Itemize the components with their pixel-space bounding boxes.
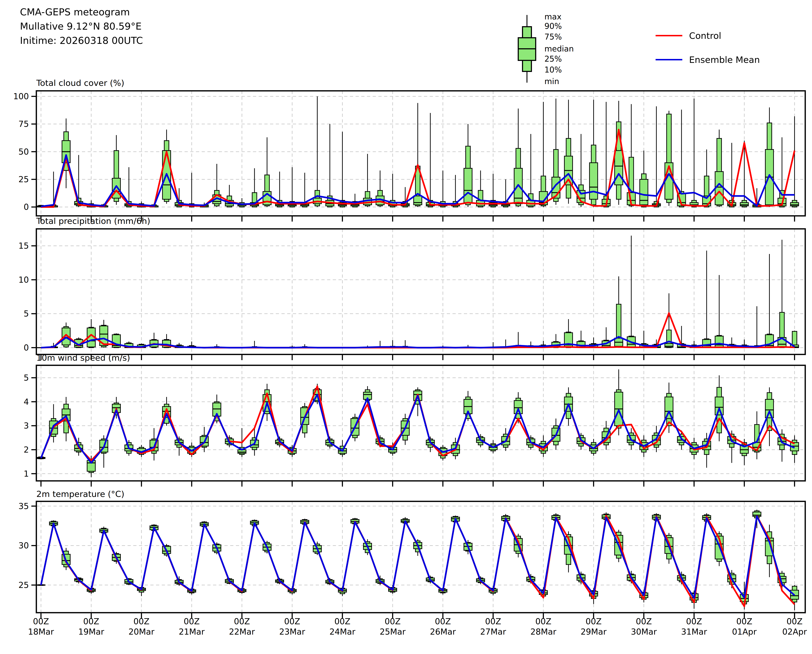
y-tick-label: 0: [24, 202, 29, 212]
x-tick-time: 00Z: [385, 617, 401, 626]
box-25-75: [715, 397, 723, 415]
legend-label-max: max: [544, 12, 561, 21]
figure-location: Mullative 9.12°N 80.59°E: [20, 19, 142, 34]
temperature-2m-panel: 253035: [18, 501, 805, 618]
x-tick-time: 00Z: [184, 617, 200, 626]
x-tick-date: 30Mar: [631, 627, 657, 637]
box-25-75: [514, 400, 522, 414]
legend-label-10pct: 10%: [544, 66, 562, 74]
legend-label-ensemble-mean: Ensemble Mean: [689, 55, 760, 65]
x-tick-time: 00Z: [33, 617, 49, 626]
box-25-75: [740, 203, 748, 206]
x-tick-time: 00Z: [435, 617, 451, 626]
y-tick-labels: 12345: [24, 373, 29, 478]
box-25-75: [665, 397, 673, 419]
x-tick-date: 20Mar: [128, 627, 154, 637]
x-tick-date: 26Mar: [430, 627, 456, 637]
y-tick-label: 5: [24, 309, 29, 318]
axis-ticks: [31, 506, 795, 618]
x-tick-time: 00Z: [535, 617, 551, 626]
legend-label-median: median: [544, 44, 574, 53]
box-25-75: [703, 339, 711, 347]
ensemble-boxes: [37, 235, 799, 348]
x-tick-date: 25Mar: [380, 627, 405, 637]
y-tick-label: 0: [24, 343, 29, 353]
y-tick-label: 2: [24, 445, 29, 455]
box-25-75: [640, 179, 648, 205]
legend-label-90pct: 90%: [544, 22, 562, 31]
y-tick-label: 10: [18, 275, 29, 284]
legend-glyph: [518, 15, 682, 83]
ensemble-boxes: [37, 370, 799, 477]
y-tick-labels: 051015: [18, 241, 29, 353]
x-tick-time: 00Z: [234, 617, 250, 626]
panel-title-cloud-cover: Total cloud cover (%): [36, 78, 124, 88]
x-tick-time: 00Z: [636, 617, 652, 626]
y-tick-label: 5: [24, 373, 29, 383]
x-tick-date: 21Mar: [179, 627, 205, 637]
panel-border: [36, 365, 805, 481]
box-25-75: [464, 168, 472, 203]
y-tick-label: 15: [18, 241, 29, 251]
panel-border: [36, 229, 805, 355]
x-tick-date: 29Mar: [581, 627, 606, 637]
panel-title-wind-speed: 10m wind speed (m/s): [36, 353, 130, 363]
y-tick-label: 100: [13, 92, 29, 101]
y-tick-label: 30: [18, 541, 29, 550]
x-tick-time: 00Z: [83, 617, 99, 626]
x-tick-date: 02Apr: [782, 627, 807, 637]
x-tick-date: 31Mar: [681, 627, 707, 637]
gridlines: [36, 229, 805, 355]
legend-label-min: min: [544, 77, 559, 86]
legend-label-75pct: 75%: [544, 33, 562, 41]
x-tick-date: 22Mar: [229, 627, 255, 637]
y-tick-label: 25: [18, 580, 29, 590]
box-25-75: [589, 163, 598, 199]
total-cloud-cover-panel: 0255075100: [13, 91, 805, 222]
meteogram-plot-canvas: 02550751000510151234525303500Z18Mar00Z19…: [0, 0, 812, 654]
gridlines: [36, 365, 805, 481]
y-tick-label: 1: [24, 469, 29, 478]
meteogram-figure: 02550751000510151234525303500Z18Mar00Z19…: [0, 0, 812, 654]
figure-title: CMA-GEPS meteogram: [20, 5, 130, 19]
y-tick-label: 50: [18, 147, 29, 157]
axis-ticks: [31, 378, 795, 487]
x-tick-date: 01Apr: [732, 627, 757, 637]
total-precipitation-panel: 051015: [18, 229, 805, 360]
x-tick-date: 23Mar: [279, 627, 305, 637]
box-25-75: [765, 399, 774, 418]
y-tick-label: 4: [24, 397, 29, 406]
x-tick-date: 19Mar: [78, 627, 104, 637]
legend-label-control: Control: [689, 31, 721, 41]
x-tick-time: 00Z: [284, 617, 300, 626]
x-tick-time: 00Z: [686, 617, 702, 626]
box-25-75: [791, 203, 799, 206]
box-25-75: [414, 196, 422, 205]
box-25-75: [665, 344, 673, 347]
panel-title-precipitation: Total precipitation (mm/6h): [36, 216, 150, 226]
x-tick-date: 24Mar: [329, 627, 355, 637]
x-tick-time: 00Z: [485, 617, 501, 626]
x-tick-time: 00Z: [736, 617, 752, 626]
y-tick-label: 25: [18, 174, 29, 184]
x-tick-time: 00Z: [786, 617, 803, 626]
y-tick-labels: 0255075100: [13, 92, 29, 212]
x-tick-time: 00Z: [334, 617, 350, 626]
x-tick-date: 28Mar: [531, 627, 556, 637]
x-tick-time: 00Z: [133, 617, 150, 626]
y-tick-label: 3: [24, 421, 29, 431]
x-tick-date: 27Mar: [480, 627, 506, 637]
panel-title-temperature: 2m temperature (°C): [36, 489, 124, 499]
x-tick-date: 18Mar: [28, 627, 54, 637]
y-tick-label: 75: [18, 119, 29, 129]
figure-init-time: Initime: 20260318 00UTC: [20, 34, 143, 48]
y-tick-labels: 253035: [18, 501, 29, 590]
legend-label-25pct: 25%: [544, 55, 562, 63]
wind-speed-10m-panel: 12345: [24, 365, 805, 487]
ensemble-boxes: [37, 510, 799, 610]
x-tick-time: 00Z: [586, 617, 602, 626]
x-tick-labels: 00Z18Mar00Z19Mar00Z20Mar00Z21Mar00Z22Mar…: [28, 617, 807, 637]
ensemble-mean-line: [41, 516, 795, 598]
y-tick-label: 35: [18, 501, 29, 511]
